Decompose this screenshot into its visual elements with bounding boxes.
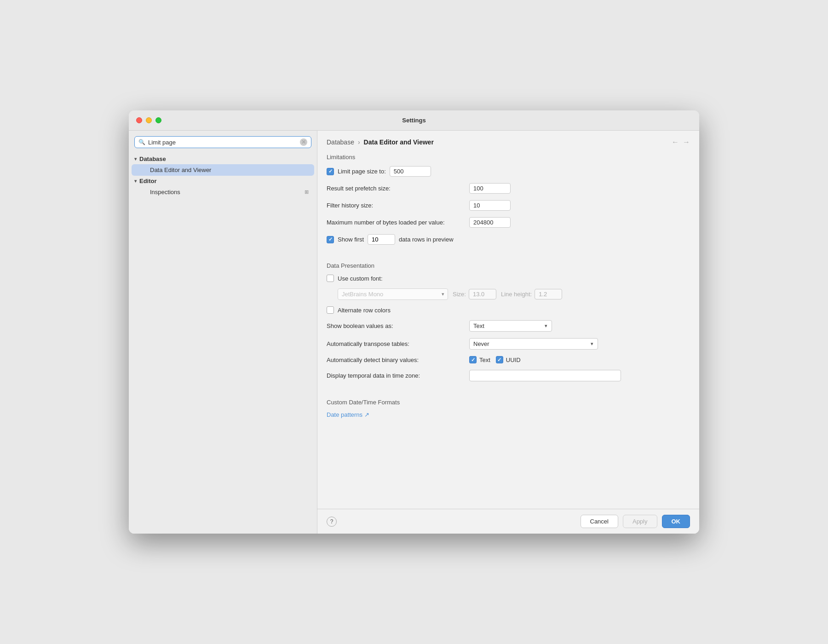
- auto-transpose-dropdown-wrap: Never Always When rows < columns: [469, 338, 598, 350]
- size-label: Size:: [453, 291, 466, 298]
- auto-transpose-row: Automatically transpose tables: Never Al…: [327, 338, 690, 350]
- forward-arrow[interactable]: →: [683, 138, 690, 146]
- alternate-row-colors-checkbox[interactable]: [327, 306, 334, 314]
- binary-options: Text UUID: [469, 356, 521, 363]
- content-area: 🔍 ✕ ▾ Database Data Editor and Viewer ▾ …: [129, 131, 699, 534]
- close-button[interactable]: [136, 117, 142, 123]
- limit-page-size-input[interactable]: [390, 166, 431, 177]
- temporal-row: Display temporal data in time zone:: [327, 370, 690, 381]
- font-row: JetBrains Mono Size: Line height:: [327, 288, 690, 300]
- max-bytes-row: Maximum number of bytes loaded per value…: [327, 217, 690, 228]
- limitations-section-title: Limitations: [327, 154, 690, 161]
- result-set-input[interactable]: [469, 183, 511, 194]
- apply-button[interactable]: Apply: [623, 515, 657, 528]
- window-title: Settings: [402, 117, 426, 124]
- max-bytes-label: Maximum number of bytes loaded per value…: [327, 219, 465, 226]
- show-boolean-dropdown[interactable]: Text Checkbox Icon: [469, 320, 552, 332]
- breadcrumb-separator: ›: [358, 138, 360, 146]
- nav-group-database-header[interactable]: ▾ Database: [129, 154, 317, 164]
- auto-transpose-dropdown[interactable]: Never Always When rows < columns: [469, 338, 598, 350]
- temporal-label: Display temporal data in time zone:: [327, 372, 465, 379]
- search-input[interactable]: [148, 139, 297, 146]
- search-box[interactable]: 🔍 ✕: [134, 136, 311, 148]
- show-boolean-row: Show boolean values as: Text Checkbox Ic…: [327, 320, 690, 332]
- temporal-input[interactable]: [469, 370, 621, 381]
- breadcrumb-parent: Database: [327, 138, 354, 146]
- titlebar: Settings: [129, 110, 699, 131]
- date-patterns-link[interactable]: Date patterns ↗: [327, 411, 369, 418]
- settings-window: Settings 🔍 ✕ ▾ Database Data Editor and …: [129, 110, 699, 534]
- nav-group-editor-header[interactable]: ▾ Editor: [129, 176, 317, 186]
- breadcrumb-current: Data Editor and Viewer: [364, 138, 434, 146]
- back-arrow[interactable]: ←: [672, 138, 679, 146]
- chevron-down-icon-2: ▾: [134, 178, 137, 184]
- filter-history-input[interactable]: [469, 200, 511, 211]
- chevron-down-icon: ▾: [134, 156, 137, 161]
- nav-group-editor-label: Editor: [139, 178, 157, 184]
- breadcrumb: Database › Data Editor and Viewer: [327, 138, 434, 146]
- main-header: Database › Data Editor and Viewer ← →: [317, 131, 699, 152]
- limit-page-size-row: Limit page size to:: [327, 166, 690, 177]
- nav-group-database-label: Database: [139, 155, 166, 162]
- sidebar: 🔍 ✕ ▾ Database Data Editor and Viewer ▾ …: [129, 131, 317, 534]
- use-custom-font-row: Use custom font:: [327, 275, 690, 282]
- sidebar-item-inspections-label: Inspections: [150, 189, 180, 196]
- help-button[interactable]: ?: [327, 517, 337, 527]
- sidebar-item-data-editor[interactable]: Data Editor and Viewer: [132, 164, 314, 176]
- detect-binary-text-checkbox[interactable]: [469, 356, 477, 363]
- maximize-button[interactable]: [155, 117, 161, 123]
- detect-binary-text-label: Text: [479, 356, 490, 363]
- data-presentation-section-title: Data Presentation: [327, 262, 690, 269]
- detect-binary-uuid-label: UUID: [506, 356, 521, 363]
- window-controls: [136, 117, 161, 123]
- line-height-label: Line height:: [501, 291, 532, 298]
- minimize-button[interactable]: [146, 117, 152, 123]
- line-height-input: [535, 289, 562, 299]
- sidebar-item-inspections[interactable]: Inspections ⊞: [132, 186, 314, 198]
- size-row: Size:: [453, 289, 496, 299]
- filter-history-row: Filter history size:: [327, 200, 690, 211]
- alternate-row-colors-row: Alternate row colors: [327, 306, 690, 314]
- show-first-input[interactable]: [368, 234, 395, 245]
- show-first-label: Show first: [338, 236, 364, 243]
- ok-button[interactable]: OK: [662, 515, 690, 528]
- limit-page-size-label: Limit page size to:: [338, 168, 386, 175]
- result-set-label: Result set prefetch size:: [327, 185, 465, 192]
- binary-uuid-opt: UUID: [496, 356, 521, 363]
- use-custom-font-checkbox[interactable]: [327, 275, 334, 282]
- font-select[interactable]: JetBrains Mono: [338, 288, 448, 300]
- max-bytes-input[interactable]: [469, 217, 511, 228]
- settings-icon: ⊞: [305, 189, 309, 195]
- nav-arrows: ← →: [672, 138, 690, 146]
- auto-transpose-label: Automatically transpose tables:: [327, 340, 465, 347]
- sidebar-item-data-editor-label: Data Editor and Viewer: [150, 167, 211, 173]
- show-boolean-label: Show boolean values as:: [327, 322, 465, 329]
- font-select-wrap: JetBrains Mono: [338, 288, 448, 300]
- size-input: [469, 289, 496, 299]
- use-custom-font-label: Use custom font:: [338, 275, 383, 282]
- bottom-right-buttons: Cancel Apply OK: [581, 515, 690, 528]
- cancel-button[interactable]: Cancel: [581, 515, 618, 528]
- main-scroll: Limitations Limit page size to: Result s…: [317, 152, 699, 509]
- result-set-row: Result set prefetch size:: [327, 183, 690, 194]
- nav-group-editor: ▾ Editor Inspections ⊞: [129, 176, 317, 198]
- show-first-checkbox[interactable]: [327, 236, 334, 243]
- limit-page-size-checkbox[interactable]: [327, 168, 334, 175]
- detect-binary-row: Automatically detect binary values: Text…: [327, 356, 690, 363]
- detect-binary-uuid-checkbox[interactable]: [496, 356, 503, 363]
- search-icon: 🔍: [138, 139, 145, 145]
- search-clear-button[interactable]: ✕: [300, 138, 307, 146]
- custom-datetime-section-title: Custom Date/Time Formats: [327, 399, 690, 406]
- main-panel: Database › Data Editor and Viewer ← → Li…: [317, 131, 699, 534]
- show-first-suffix: data rows in preview: [399, 236, 454, 243]
- filter-history-label: Filter history size:: [327, 202, 465, 209]
- detect-binary-label: Automatically detect binary values:: [327, 356, 465, 363]
- show-boolean-dropdown-wrap: Text Checkbox Icon: [469, 320, 552, 332]
- show-first-row: Show first data rows in preview: [327, 234, 690, 245]
- bottom-bar: ? Cancel Apply OK: [317, 509, 699, 534]
- line-height-row: Line height:: [501, 289, 562, 299]
- binary-text-opt: Text: [469, 356, 490, 363]
- alternate-row-colors-label: Alternate row colors: [338, 307, 391, 314]
- nav-group-database: ▾ Database Data Editor and Viewer: [129, 154, 317, 176]
